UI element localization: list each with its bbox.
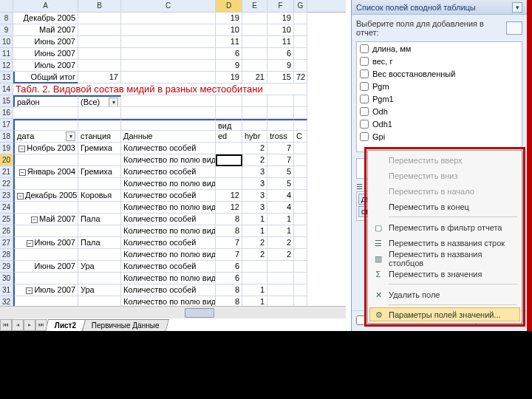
cell[interactable] (294, 261, 307, 273)
cell[interactable]: 1 (242, 225, 267, 237)
cell[interactable]: С (294, 131, 307, 143)
cell[interactable] (216, 143, 242, 154)
cell[interactable]: 8 (216, 214, 242, 225)
cell[interactable]: район (13, 95, 78, 107)
cell[interactable] (78, 225, 121, 237)
cell[interactable]: 72 (294, 72, 307, 83)
row-header[interactable]: 14 (0, 83, 13, 95)
row-header[interactable]: 18 (0, 131, 13, 143)
cell[interactable]: 7 (267, 143, 294, 154)
row-header[interactable]: 17 (0, 119, 13, 131)
cell[interactable]: 3 (242, 190, 267, 202)
cell[interactable]: 1 (242, 284, 267, 296)
cell[interactable]: 8 (216, 225, 242, 237)
cell[interactable]: 11 (216, 36, 242, 48)
field-checkbox[interactable] (360, 44, 369, 53)
cell[interactable] (294, 202, 307, 214)
cell[interactable] (216, 154, 242, 166)
cell[interactable]: 8 (216, 284, 242, 296)
cell[interactable] (294, 24, 307, 36)
field-item[interactable]: Pgm1 (357, 92, 522, 105)
cell[interactable] (267, 284, 294, 296)
cell[interactable] (294, 296, 307, 306)
cell[interactable] (121, 95, 216, 107)
field-item[interactable]: Odh1 (357, 117, 522, 130)
cell[interactable]: −Декабрь 2005 (13, 190, 78, 202)
cell[interactable]: Данные (121, 131, 216, 143)
col-header[interactable]: D (216, 0, 242, 13)
cell[interactable]: Гремиха (78, 143, 121, 154)
row-header[interactable]: 24 (0, 202, 13, 214)
cell[interactable]: 9 (267, 60, 294, 72)
cell[interactable] (13, 202, 78, 214)
cell[interactable]: 6 (216, 273, 242, 284)
cell[interactable] (242, 60, 267, 72)
menu-item[interactable]: ▢Переместить в фильтр отчета (369, 219, 520, 235)
row-header[interactable]: 10 (0, 36, 13, 48)
row-header[interactable]: 15 (0, 95, 13, 107)
cell[interactable]: 3 (242, 202, 267, 214)
cell[interactable] (13, 119, 78, 131)
cell[interactable]: Июнь 2007 (13, 48, 78, 60)
field-item[interactable]: Gpi (357, 130, 522, 143)
cell[interactable] (294, 284, 307, 296)
col-header[interactable]: E (242, 0, 267, 13)
cell[interactable] (242, 48, 267, 60)
cell[interactable]: 2 (242, 154, 267, 166)
cell[interactable]: Июль 2007 (13, 60, 78, 72)
cell[interactable] (78, 249, 121, 261)
cell[interactable]: Июнь 2007 (13, 36, 78, 48)
cell[interactable]: 12 (216, 202, 242, 214)
tab-nav-prev[interactable]: ◂ (12, 319, 24, 331)
cell[interactable] (121, 24, 216, 36)
cell[interactable]: 1 (242, 296, 267, 306)
cell[interactable] (121, 36, 216, 48)
cell[interactable]: 8 (216, 296, 242, 306)
cell[interactable] (13, 154, 78, 166)
row-header[interactable]: 23 (0, 190, 13, 202)
collapse-icon[interactable]: − (19, 169, 26, 176)
cell[interactable] (242, 24, 267, 36)
cell[interactable] (121, 60, 216, 72)
cell[interactable]: 5 (267, 166, 294, 178)
tab-nav-first[interactable]: ⏮ (0, 319, 12, 331)
col-header[interactable]: F (267, 0, 294, 13)
cell[interactable] (242, 36, 267, 48)
cell[interactable]: 10 (267, 24, 294, 36)
row-header[interactable]: 31 (0, 284, 13, 296)
cell[interactable]: 17 (78, 72, 121, 83)
field-checkbox[interactable] (360, 69, 369, 78)
field-checkbox[interactable] (360, 95, 369, 103)
sheet-tab-active[interactable]: Лист2 (45, 319, 86, 331)
cell[interactable]: 3 (242, 178, 267, 190)
cell[interactable]: Количество особей (121, 284, 216, 296)
cell[interactable] (294, 36, 307, 48)
collapse-icon[interactable]: − (27, 240, 33, 247)
cell[interactable]: 5 (267, 178, 294, 190)
cell[interactable]: Количество особей (121, 214, 216, 225)
col-header[interactable]: B (78, 0, 121, 13)
cell[interactable]: 4 (267, 202, 294, 214)
row-header[interactable]: 9 (0, 24, 13, 36)
row-header[interactable]: 11 (0, 48, 13, 60)
cell[interactable] (294, 225, 307, 237)
cell[interactable]: 12 (216, 190, 242, 202)
cell[interactable]: 6 (216, 48, 242, 60)
cell[interactable] (294, 95, 307, 107)
cell[interactable] (78, 202, 121, 214)
cell[interactable]: 21 (242, 72, 267, 83)
row-header[interactable]: 22 (0, 178, 13, 190)
cell[interactable]: Ура (78, 284, 121, 296)
cell[interactable] (242, 261, 267, 273)
cell[interactable]: tross (267, 131, 294, 143)
collapse-icon[interactable]: − (31, 216, 38, 223)
row-headers[interactable]: 8910111213141516171819202122232425262728… (0, 13, 13, 331)
cell[interactable]: Пала (78, 237, 121, 249)
cell[interactable]: 11 (267, 36, 294, 48)
cell[interactable] (121, 48, 216, 60)
cell[interactable] (78, 178, 121, 190)
cell[interactable]: Количество особей (121, 190, 216, 202)
cell[interactable]: −Июль 2007 (13, 284, 78, 296)
cell[interactable] (216, 95, 242, 107)
cell[interactable]: 6 (267, 48, 294, 60)
